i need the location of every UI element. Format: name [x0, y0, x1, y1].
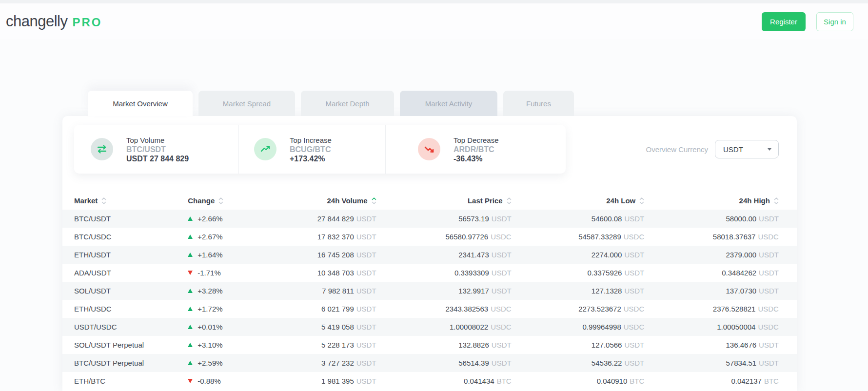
table-row[interactable]: ADA/USDT-1.71%10 348 703USDT0.3393309USD… [62, 264, 797, 282]
signin-button[interactable]: Sign in [816, 12, 853, 31]
table-row[interactable]: BTC/USDT Perpetual+2.59%3 727 232USDT565… [62, 354, 797, 372]
sort-arrows-icon[interactable] [639, 197, 644, 205]
changelly-pro-logo[interactable]: changelly PRO [6, 13, 102, 30]
sort-arrows-icon[interactable] [774, 197, 779, 205]
market-cell: ETH/USDT [74, 251, 188, 259]
top-decrease-label: Top Decrease [454, 136, 499, 145]
top-volume-value: USDT 27 844 829 [126, 154, 189, 163]
volume-cell-unit: USDT [356, 287, 376, 295]
last-price-cell-value: 132.9917 [458, 287, 489, 295]
table-row[interactable]: SOL/USDT Perpetual+3.10%5 228 173USDT132… [62, 336, 797, 354]
volume-cell-value: 7 982 811 [322, 287, 354, 295]
top-volume-pair: BTC/USDT [126, 145, 189, 154]
last-price-cell: 0.041434BTC [376, 377, 512, 385]
stats-row: Top Volume BTC/USDT USDT 27 844 829 Top … [62, 125, 797, 174]
low-cell: 2273.523672USDC [512, 305, 645, 313]
high-cell-unit: USDC [758, 233, 779, 241]
low-cell-value: 54587.33289 [578, 233, 621, 241]
overview-currency-label: Overview Currency [646, 145, 708, 154]
high-cell-unit: USDT [759, 215, 779, 223]
low-cell-unit: USDC [624, 323, 645, 331]
market-pair-label: ETH/USDT [74, 251, 111, 259]
chevron-down-icon [768, 148, 771, 151]
sort-arrows-icon[interactable] [101, 197, 106, 205]
low-cell: 2274.000USDT [512, 251, 645, 259]
change-down-icon [188, 271, 193, 275]
low-cell-unit: USDT [624, 341, 644, 349]
table-row[interactable]: BTC/USDT+2.66%27 844 829USDT56573.19USDT… [62, 210, 797, 228]
low-cell-unit: USDT [624, 287, 644, 295]
high-cell-unit: USDC [758, 323, 779, 331]
column-header-market[interactable]: Market [74, 196, 188, 205]
sort-arrows-icon[interactable] [218, 197, 223, 205]
table-row[interactable]: ETH/BTC-0.88%1 981 395USDT0.041434BTC0.0… [62, 372, 797, 390]
tab-futures[interactable]: Futures [503, 91, 574, 116]
volume-cell-unit: USDT [356, 359, 376, 367]
high-cell: 2379.000USDT [644, 251, 785, 259]
volume-cell-value: 5 419 058 [321, 323, 354, 331]
volume-cell: 16 745 208USDT [273, 251, 376, 259]
column-header-label: Market [74, 196, 98, 205]
change-cell: +1.72% [188, 305, 273, 313]
market-cell: BTC/USDT [74, 215, 188, 223]
high-cell-unit: USDT [759, 359, 779, 367]
register-button[interactable]: Register [762, 12, 806, 31]
trend-up-icon [254, 138, 276, 160]
change-up-icon [188, 325, 193, 329]
tab-market-overview[interactable]: Market Overview [88, 91, 193, 116]
site-header: changelly PRO Register Sign in [0, 3, 868, 39]
low-cell-unit: BTC [630, 377, 644, 385]
tab-market-activity[interactable]: Market Activity [400, 91, 497, 116]
low-cell-unit: USDT [624, 359, 644, 367]
volume-cell-value: 17 832 370 [317, 233, 354, 241]
last-price-cell: 132.8826USDT [376, 341, 512, 349]
header-actions: Register Sign in [762, 12, 853, 31]
sort-arrows-icon[interactable] [507, 197, 512, 205]
table-row[interactable]: USDT/USDC+0.01%5 419 058USDT1.00008022US… [62, 318, 797, 336]
change-up-icon [188, 235, 193, 239]
volume-cell: 17 832 370USDT [273, 233, 376, 241]
market-pair-label: USDT/USDC [74, 323, 117, 331]
column-header-24h-volume[interactable]: 24h Volume [273, 196, 376, 205]
low-cell: 127.0566USDT [512, 341, 645, 349]
tab-market-depth[interactable]: Market Depth [301, 91, 394, 116]
volume-cell-value: 16 745 208 [317, 251, 354, 259]
volume-cell-unit: USDT [356, 233, 376, 241]
top-decrease-pair: ARDR/BTC [454, 145, 499, 154]
change-value: +2.59% [197, 359, 222, 367]
change-up-icon [188, 361, 193, 365]
column-header-24h-low[interactable]: 24h Low [512, 196, 645, 205]
high-cell: 0.3484262USDT [644, 269, 785, 277]
table-row[interactable]: SOL/USDT+3.28%7 982 811USDT132.9917USDT1… [62, 282, 797, 300]
change-value: -1.71% [197, 269, 221, 277]
change-up-icon [188, 289, 193, 293]
window-top-strip [0, 0, 868, 3]
column-header-label: Change [188, 196, 215, 205]
last-price-cell-unit: USDT [492, 251, 512, 259]
sort-arrows-icon[interactable] [372, 197, 376, 205]
tab-market-spread[interactable]: Market Spread [198, 91, 295, 116]
volume-cell: 10 348 703USDT [273, 269, 376, 277]
high-cell-value: 2379.000 [726, 251, 757, 259]
column-header-label: 24h High [739, 196, 770, 205]
low-cell-value: 127.0566 [592, 341, 622, 349]
market-pair-label: BTC/USDT [74, 215, 111, 223]
table-row[interactable]: ETH/USDC+1.72%6 021 799USDT2343.382563US… [62, 300, 797, 318]
change-value: +1.72% [197, 305, 222, 313]
high-cell: 58000.00USDT [644, 215, 785, 223]
high-cell-unit: USDC [758, 305, 779, 313]
table-row[interactable]: BTC/USDC+2.67%17 832 370USDT56580.97726U… [62, 228, 797, 246]
column-header-last-price[interactable]: Last Price [376, 196, 512, 205]
low-cell-value: 0.040910 [597, 377, 628, 385]
logo-wordmark: changelly [6, 13, 67, 30]
column-header-24h-high[interactable]: 24h High [644, 196, 785, 205]
market-pair-label: BTC/USDT Perpetual [74, 359, 144, 367]
market-cell: SOL/USDT Perpetual [74, 341, 188, 349]
last-price-cell-value: 1.00008022 [450, 323, 488, 331]
volume-cell-value: 27 844 829 [317, 215, 354, 223]
volume-cell-unit: USDT [356, 305, 376, 313]
table-row[interactable]: ETH/USDT+1.64%16 745 208USDT2341.473USDT… [62, 246, 797, 264]
column-header-change[interactable]: Change [188, 196, 273, 205]
overview-currency-select[interactable]: USDT [715, 140, 779, 158]
last-price-cell-value: 56573.19 [458, 215, 489, 223]
